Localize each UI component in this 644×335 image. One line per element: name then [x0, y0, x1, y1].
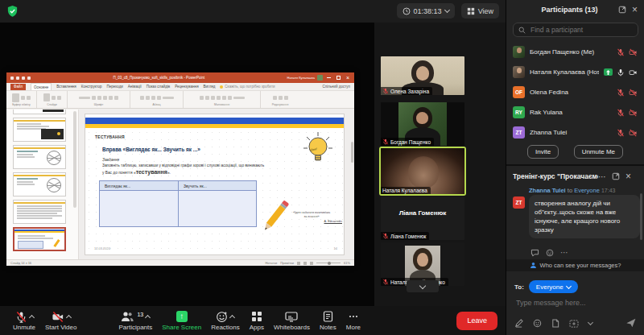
timer-caret-icon — [444, 7, 450, 13]
status-comments-button[interactable]: Примітки — [280, 261, 294, 265]
slide-scrollbar[interactable] — [351, 142, 353, 163]
send-message-icon[interactable] — [625, 317, 637, 332]
compose-more-caret-icon[interactable] — [588, 320, 593, 325]
more-button[interactable]: More — [341, 311, 365, 331]
current-slide[interactable]: ТЕСТУВАННЯ Вправа «Виглядає як... Звучит… — [85, 114, 345, 255]
ribbon-group-drawing[interactable]: Малювання — [184, 91, 261, 108]
participant-row[interactable]: RY Rak Yulana — [506, 102, 644, 122]
encryption-shield-icon[interactable] — [6, 5, 19, 21]
format-pen-icon[interactable] — [514, 319, 523, 328]
ribbon-group-paragraph[interactable]: Абзац — [130, 91, 184, 108]
participant-row[interactable]: ZT Zhanna Tulei — [506, 122, 644, 143]
ribbon-group-font[interactable]: Шрифт — [68, 91, 130, 108]
whiteboards-button[interactable]: Whiteboards — [269, 311, 315, 331]
share-document-button[interactable]: Спільний доступ — [322, 85, 350, 89]
ribbon-group-slides[interactable]: Слайди — [37, 91, 68, 108]
reactions-button[interactable]: Reactions — [206, 311, 245, 331]
unmute-caret-icon[interactable] — [28, 315, 34, 321]
tab-design[interactable]: Конструктор — [81, 85, 102, 89]
chat-message-bubble[interactable]: створення аналогу дій чи об"єкту..щось с… — [529, 195, 640, 238]
tab-insert[interactable]: Вставлення — [56, 85, 76, 89]
close-participants-icon[interactable]: × — [632, 6, 638, 14]
ribbon-group-editing[interactable]: Редагування — [261, 91, 299, 108]
recipient-selector[interactable]: Everyone — [529, 280, 578, 293]
emoji-picker-icon[interactable] — [533, 319, 542, 328]
unmute-button[interactable]: Unmute — [8, 311, 40, 331]
view-button[interactable]: View — [461, 3, 499, 19]
video-tile-natalia-active-speaker[interactable]: Наталя Кулалаєва — [381, 148, 464, 194]
share-screen-button[interactable]: ↑ Share Screen — [157, 311, 206, 331]
popout-icon[interactable] — [612, 172, 620, 180]
tab-transitions[interactable]: Переходи — [106, 85, 122, 89]
slide-thumbnail[interactable] — [13, 110, 66, 114]
flag-blue-bar — [85, 118, 344, 124]
participants-caret-icon[interactable] — [145, 315, 151, 321]
zoom-meeting-window: 01:38:13 View П_03_с8_Прокачуємо_soft_sk… — [0, 0, 644, 335]
account-avatar[interactable] — [317, 75, 323, 81]
tell-me-search[interactable]: Скажіть, що потрібно зробити — [220, 85, 275, 89]
apps-button[interactable]: Apps — [245, 311, 269, 331]
chat-menu-icon[interactable]: ⋯ — [598, 172, 606, 181]
avatar-initials: RY — [513, 106, 525, 118]
privacy-person-icon — [530, 262, 537, 269]
participant-row[interactable]: OF Olena Fedina — [506, 82, 644, 102]
reactions-caret-icon[interactable] — [229, 315, 235, 321]
slide-thumbnail[interactable] — [13, 172, 66, 196]
tab-file[interactable]: Файл — [10, 84, 26, 90]
tab-slideshow[interactable]: Показ слайдів — [147, 85, 170, 89]
to-label: To: — [514, 283, 524, 291]
leave-button[interactable]: Leave — [456, 312, 497, 330]
minimize-icon[interactable] — [327, 77, 331, 78]
zoom-slider[interactable] — [316, 263, 341, 263]
tab-animations[interactable]: Анімації — [128, 85, 142, 89]
start-video-button[interactable]: Start Video — [40, 311, 81, 331]
quick-access-toolbar[interactable] — [10, 77, 31, 80]
attach-file-icon[interactable] — [551, 319, 559, 328]
participant-search-box[interactable] — [513, 23, 638, 37]
slide-thumbnail-selected[interactable] — [13, 227, 66, 251]
video-caret-icon[interactable] — [66, 315, 72, 321]
slide-thumbnail[interactable] — [13, 145, 66, 169]
maximize-icon[interactable] — [336, 76, 341, 80]
video-tile-olena[interactable]: Олена Захаріна — [381, 56, 464, 95]
participant-row[interactable]: Наталя Кулалаєва (Host) — [506, 62, 644, 82]
invite-button[interactable]: Invite — [527, 145, 559, 159]
search-input[interactable] — [529, 25, 625, 35]
privacy-banner[interactable]: Who can see your messages? — [506, 259, 644, 271]
muted-mic-icon — [617, 48, 625, 56]
camera-off-icon — [629, 129, 638, 137]
close-chat-icon[interactable]: × — [625, 172, 631, 180]
view-normal-icon[interactable] — [297, 262, 300, 265]
popout-icon[interactable] — [618, 6, 626, 14]
emoji-reaction-icon[interactable] — [546, 249, 554, 257]
slide-thumbnail[interactable] — [13, 200, 66, 224]
participants-button[interactable]: 13 Participants — [114, 311, 157, 331]
window-close-icon[interactable]: × — [346, 76, 349, 80]
participant-row[interactable]: Богдан Пащенко (Me) — [506, 42, 644, 62]
tab-review[interactable]: Рецензування — [175, 85, 198, 89]
tab-home[interactable]: Основне — [31, 83, 52, 90]
chat-message-input[interactable] — [514, 298, 637, 308]
slide-thumbnail[interactable] — [13, 118, 66, 142]
tab-view[interactable]: Вигляд — [204, 85, 216, 89]
video-tile-natalia-m[interactable]: Наталя Михайличенко — [381, 242, 464, 286]
notes-button[interactable]: Notes — [315, 311, 341, 331]
unmute-me-button[interactable]: Unmute Me — [574, 145, 623, 159]
view-reading-icon[interactable] — [310, 262, 313, 265]
whiteboard-icon — [285, 311, 298, 322]
slide-canvas: ТЕСТУВАННЯ Вправа «Виглядає як... Звучит… — [79, 110, 354, 259]
meeting-timer[interactable]: 01:38:13 — [397, 3, 455, 19]
chat-scrollbar[interactable] — [640, 193, 642, 240]
sender-name[interactable]: Zhanna Tulei — [529, 187, 566, 194]
screenshot-icon[interactable] — [569, 320, 579, 328]
video-tile-liana-camera-off[interactable]: Ліана Гоменюк Ліана Гоменюк — [381, 196, 464, 240]
ribbon-group-clipboard[interactable]: Буфер обміну — [6, 91, 37, 108]
collapse-video-strip-button[interactable] — [407, 280, 439, 292]
thumbnail-scrollbar[interactable] — [73, 111, 76, 208]
message-more-icon[interactable]: ⋯ — [560, 248, 568, 257]
status-notes-button[interactable]: Нотатки — [265, 261, 277, 265]
reply-icon[interactable] — [530, 249, 539, 257]
recipient-name[interactable]: Everyone — [574, 187, 600, 194]
video-tile-bohdan[interactable]: Богдан Пащенко — [381, 102, 464, 146]
view-sorter-icon[interactable] — [303, 262, 307, 265]
